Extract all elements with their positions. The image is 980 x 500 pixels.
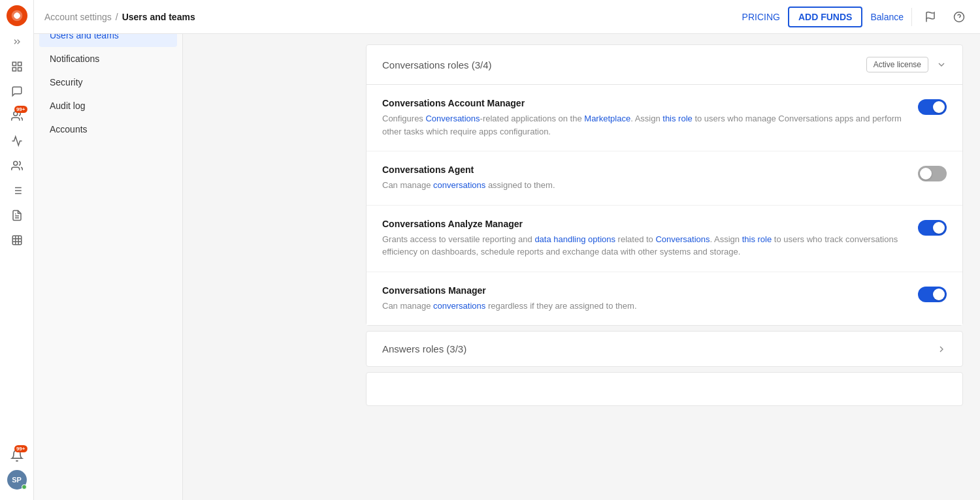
additional-section: [366, 372, 963, 406]
app-logo[interactable]: [7, 5, 27, 26]
nav-chat-icon[interactable]: [5, 80, 29, 103]
role-desc-analyze-manager: Grants access to versatile reporting and…: [382, 233, 918, 258]
role-name-analyze-manager: Conversations Analyze Manager: [382, 219, 918, 229]
active-license-badge: Active license: [866, 57, 928, 72]
answers-roles-chevron-icon: [936, 344, 947, 354]
add-funds-button[interactable]: ADD FUNDS: [788, 7, 862, 27]
breadcrumb-current: Users and teams: [122, 12, 195, 22]
main-area: Conversations roles (3/4) Active license…: [366, 34, 963, 500]
sidebar-item-notifications[interactable]: Notifications: [39, 47, 177, 70]
online-status-dot: [22, 484, 27, 490]
toggle-account-manager[interactable]: [918, 99, 947, 115]
sidebar-item-accounts[interactable]: Accounts: [39, 117, 177, 141]
sidebar: ACCOUNT SETTINGS Users and teams Notific…: [34, 0, 183, 500]
toggle-thumb-manager: [933, 289, 945, 300]
nav-grid-icon[interactable]: [5, 55, 29, 78]
user-avatar[interactable]: SP: [7, 470, 27, 490]
sidebar-item-audit-log[interactable]: Audit log: [39, 94, 177, 117]
toggle-thumb-agent: [920, 168, 932, 180]
toggle-track-analyze-manager[interactable]: [918, 220, 947, 236]
toggle-thumb-account-manager: [933, 101, 945, 113]
nav-analytics-icon[interactable]: [5, 129, 29, 153]
toggle-track-manager[interactable]: [918, 287, 947, 302]
role-row-agent: Conversations Agent Can manage conversat…: [367, 151, 962, 206]
flag-icon-button[interactable]: [920, 7, 941, 27]
svg-rect-1: [12, 62, 16, 65]
top-header: Account settings / Users and teams PRICI…: [34, 0, 980, 34]
conversations-roles-header[interactable]: Conversations roles (3/4) Active license: [367, 45, 962, 85]
toggle-track-account-manager[interactable]: [918, 99, 947, 115]
toggle-track-agent[interactable]: [918, 166, 947, 181]
balance-link[interactable]: Balance: [870, 12, 904, 22]
toggle-analyze-manager[interactable]: [918, 220, 947, 236]
nav-grid2-icon[interactable]: [5, 228, 29, 252]
role-name-agent: Conversations Agent: [382, 164, 918, 175]
role-info-manager: Conversations Manager Can manage convers…: [382, 285, 918, 313]
role-desc-manager: Can manage conversations regardless if t…: [382, 300, 918, 313]
role-row-manager: Conversations Manager Can manage convers…: [367, 272, 962, 326]
role-info-account-manager: Conversations Account Manager Configures…: [382, 98, 918, 138]
role-desc-agent: Can manage conversations assigned to the…: [382, 179, 918, 192]
notification-badge: 99+: [14, 445, 27, 452]
toggle-thumb-analyze-manager: [933, 222, 945, 234]
breadcrumb-parent[interactable]: Account settings: [44, 12, 112, 22]
help-icon-button[interactable]: [949, 7, 970, 27]
svg-rect-2: [18, 62, 21, 65]
toggle-agent[interactable]: [918, 166, 947, 181]
svg-rect-15: [12, 236, 22, 245]
toggle-manager[interactable]: [918, 287, 947, 302]
nav-list-icon[interactable]: [5, 179, 29, 202]
breadcrumb: Account settings / Users and teams: [44, 12, 195, 22]
conversations-roles-title: Conversations roles (3/4): [382, 59, 866, 70]
answers-roles-title: Answers roles (3/3): [382, 343, 936, 354]
svg-point-6: [13, 161, 17, 165]
sidebar-item-security[interactable]: Security: [39, 70, 177, 94]
nav-badge: 99+: [14, 106, 27, 113]
role-name-manager: Conversations Manager: [382, 285, 918, 296]
icon-bar: 99+: [0, 0, 34, 500]
role-row-analyze-manager: Conversations Analyze Manager Grants acc…: [367, 206, 962, 272]
pricing-link[interactable]: PRICING: [742, 12, 780, 22]
role-row-account-manager: Conversations Account Manager Configures…: [367, 85, 962, 151]
answers-roles-section[interactable]: Answers roles (3/3): [366, 331, 963, 367]
nav-team-icon[interactable]: [5, 154, 29, 178]
role-info-agent: Conversations Agent Can manage conversat…: [382, 164, 918, 192]
conversations-roles-section: Conversations roles (3/4) Active license…: [366, 44, 963, 326]
svg-rect-4: [18, 68, 21, 71]
role-desc-account-manager: Configures Conversations-related applica…: [382, 112, 918, 138]
breadcrumb-separator: /: [116, 12, 118, 22]
header-divider: [911, 8, 912, 26]
role-info-analyze-manager: Conversations Analyze Manager Grants acc…: [382, 219, 918, 258]
notification-bell[interactable]: 99+: [5, 444, 29, 467]
svg-rect-3: [12, 68, 16, 71]
expand-sidebar-icon[interactable]: [8, 33, 26, 51]
role-name-account-manager: Conversations Account Manager: [382, 98, 918, 108]
nav-report-icon[interactable]: [5, 204, 29, 227]
nav-contacts-icon[interactable]: 99+: [5, 104, 29, 128]
conversations-roles-chevron-icon: [936, 59, 947, 70]
